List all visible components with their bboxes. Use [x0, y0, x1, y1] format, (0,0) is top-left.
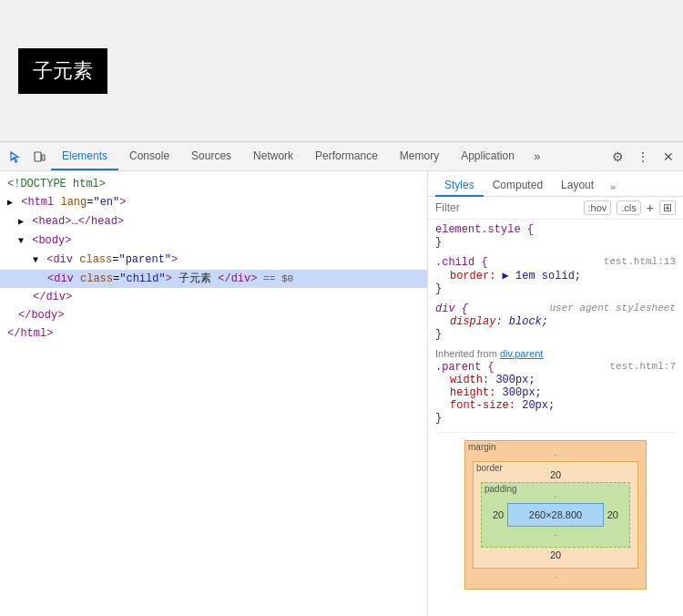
bm-margin-label: margin: [468, 442, 496, 452]
svg-rect-0: [35, 152, 41, 161]
html-doctype: <!DOCTYPE html>: [0, 175, 427, 193]
style-parent-prop-width: width: 300px;: [435, 374, 676, 386]
filter-input[interactable]: [435, 201, 578, 214]
toolbar-right: ⚙ ⋮ ✕: [607, 146, 679, 168]
html-div-parent-close: </div>: [0, 288, 427, 306]
preview-text: 子元素: [33, 59, 93, 82]
style-element-selector: element.style {: [435, 223, 676, 236]
style-div-close: }: [435, 328, 676, 341]
style-div-source: user agent stylesheet: [549, 303, 676, 313]
cursor-icon[interactable]: [5, 146, 26, 168]
bm-border-top: 20: [481, 469, 630, 480]
style-element-close: }: [435, 236, 676, 249]
filter-hov-button[interactable]: :hov: [584, 200, 612, 215]
bm-margin-bottom: -: [473, 570, 638, 581]
preview-area: 子元素: [0, 0, 683, 141]
bm-margin-top: -: [473, 448, 638, 459]
html-head-tag: ▶ <head>…</head>: [0, 212, 427, 231]
style-parent-header: .parent { test.html:7: [435, 361, 676, 374]
bm-content-size: 260×28.800: [529, 506, 582, 524]
html-body-close: </body>: [0, 306, 427, 324]
close-button[interactable]: ✕: [658, 146, 679, 168]
style-block-child: .child { test.html:13 border: ▶ 1em soli…: [435, 256, 676, 295]
preview-box: 子元素: [18, 48, 107, 94]
style-block-parent: .parent { test.html:7 width: 300px; heig…: [435, 361, 676, 425]
tab-network[interactable]: Network: [242, 142, 304, 170]
filter-cls-button[interactable]: .cls: [617, 200, 641, 215]
tab-application[interactable]: Application: [450, 142, 525, 170]
bm-padding-label: padding: [484, 484, 517, 494]
bm-border-bottom: 20: [481, 549, 630, 560]
elements-panel[interactable]: <!DOCTYPE html> ▶ <html lang="en"> ▶ <he…: [0, 171, 428, 616]
tab-console[interactable]: Console: [118, 142, 180, 170]
inherited-label: Inherited from div.parent: [435, 348, 676, 359]
html-html-tag: ▶ <html lang="en">: [0, 193, 427, 212]
bm-padding-right: 20: [604, 509, 622, 520]
box-model: margin - border 20 padding -: [464, 440, 647, 590]
styles-panel: Styles Computed Layout » :hov .cls + ⊞ e…: [428, 171, 683, 616]
styles-content: element.style { } .child { test.html:13 …: [428, 220, 683, 616]
style-child-close: }: [435, 282, 676, 295]
bm-padding-left: 20: [489, 509, 507, 520]
style-div-header: div { user agent stylesheet: [435, 303, 676, 315]
style-child-source[interactable]: test.html:13: [604, 256, 676, 267]
styles-tabs: Styles Computed Layout »: [428, 171, 683, 197]
html-body-tag: ▼ <body>: [0, 231, 427, 251]
filter-expand-button[interactable]: ⊞: [659, 200, 676, 215]
tab-memory[interactable]: Memory: [389, 142, 450, 170]
devtools-tabs: Elements Console Sources Network Perform…: [51, 142, 607, 170]
style-parent-prop-fontsize: font-size: 20px;: [435, 399, 676, 412]
bm-margin: margin - border 20 padding -: [464, 440, 647, 590]
more-options-button[interactable]: ⋮: [632, 146, 654, 168]
settings-button[interactable]: ⚙: [607, 146, 628, 168]
style-div-prop-display: display: block;: [435, 315, 676, 328]
filter-bar: :hov .cls + ⊞: [428, 197, 683, 220]
bm-padding-sides: 20 260×28.800 20: [489, 503, 622, 527]
style-parent-source[interactable]: test.html:7: [609, 361, 676, 372]
more-tabs-icon[interactable]: »: [526, 146, 548, 168]
bm-content: 260×28.800: [507, 503, 604, 527]
tab-elements[interactable]: Elements: [51, 142, 118, 170]
devtools-toolbar: Elements Console Sources Network Perform…: [0, 142, 683, 171]
tab-computed[interactable]: Computed: [484, 175, 552, 197]
box-model-section: margin - border 20 padding -: [435, 432, 676, 597]
devtools-main: <!DOCTYPE html> ▶ <html lang="en"> ▶ <he…: [0, 171, 683, 616]
bm-border: border 20 padding - 20: [473, 461, 638, 569]
tab-styles[interactable]: Styles: [435, 175, 484, 197]
style-block-div: div { user agent stylesheet display: blo…: [435, 303, 676, 341]
bm-content-box: 260×28.800: [507, 503, 604, 527]
devtools-panel: Elements Console Sources Network Perform…: [0, 141, 683, 616]
svg-rect-1: [42, 155, 45, 160]
tab-sources[interactable]: Sources: [180, 142, 242, 170]
style-parent-prop-height: height: 300px;: [435, 386, 676, 399]
inherited-selector-link[interactable]: div.parent: [500, 348, 544, 359]
bm-border-label: border: [476, 463, 503, 473]
styles-more-tabs[interactable]: »: [607, 178, 619, 196]
tab-layout[interactable]: Layout: [552, 175, 603, 197]
style-child-header: .child { test.html:13: [435, 256, 676, 269]
style-parent-close: }: [435, 412, 676, 425]
tab-performance[interactable]: Performance: [304, 142, 389, 170]
html-div-child[interactable]: <div class="child"> 子元素 </div> == $0: [0, 270, 427, 288]
style-block-element: element.style { }: [435, 223, 676, 249]
filter-add-button[interactable]: +: [647, 200, 654, 215]
bm-padding: padding - 20 260×28.800: [481, 482, 630, 548]
device-icon[interactable]: [28, 146, 50, 168]
style-child-prop-border: border: ▶ 1em solid;: [435, 269, 676, 282]
html-div-parent: ▼ <div class="parent">: [0, 251, 427, 270]
html-html-close: </html>: [0, 324, 427, 343]
bm-padding-bottom: -: [489, 529, 622, 539]
